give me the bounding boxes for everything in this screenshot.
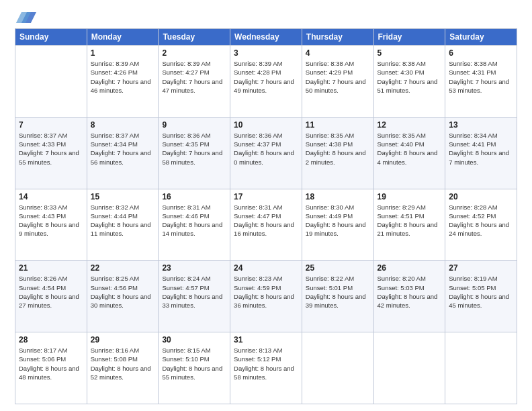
sunset-text: Sunset: 4:49 PM — [306, 212, 353, 220]
day-number: 2 — [162, 48, 226, 58]
day-number: 27 — [449, 263, 513, 273]
daylight-text: Daylight: 8 hours and 39 minutes. — [306, 293, 366, 309]
day-info: Sunrise: 8:20 AM Sunset: 5:03 PM Dayligh… — [378, 274, 442, 310]
calendar-week-row: 14 Sunrise: 8:33 AM Sunset: 4:43 PM Dayl… — [15, 189, 517, 261]
daylight-text: Daylight: 8 hours and 45 minutes. — [449, 293, 509, 309]
day-number: 15 — [91, 192, 155, 201]
table-row: 9 Sunrise: 8:36 AM Sunset: 4:35 PM Dayli… — [159, 117, 230, 189]
sunrise-text: Sunrise: 8:37 AM — [19, 132, 67, 139]
sunrise-text: Sunrise: 8:39 AM — [234, 60, 282, 67]
col-thursday: Thursday — [302, 29, 373, 46]
day-info: Sunrise: 8:31 AM Sunset: 4:47 PM Dayligh… — [234, 203, 298, 238]
daylight-text: Daylight: 8 hours and 55 minutes. — [162, 365, 222, 381]
sunrise-text: Sunrise: 8:25 AM — [91, 275, 139, 282]
sunset-text: Sunset: 4:35 PM — [162, 140, 209, 148]
day-info: Sunrise: 8:26 AM Sunset: 4:54 PM Dayligh… — [19, 274, 83, 310]
daylight-text: Daylight: 8 hours and 9 minutes. — [19, 221, 79, 237]
day-info: Sunrise: 8:38 AM Sunset: 4:29 PM Dayligh… — [306, 59, 370, 95]
sunrise-text: Sunrise: 8:16 AM — [91, 347, 139, 354]
sunset-text: Sunset: 4:57 PM — [162, 284, 209, 291]
table-row: 6 Sunrise: 8:38 AM Sunset: 4:31 PM Dayli… — [445, 46, 517, 118]
table-row: 17 Sunrise: 8:31 AM Sunset: 4:47 PM Dayl… — [230, 189, 302, 261]
table-row: 13 Sunrise: 8:34 AM Sunset: 4:41 PM Dayl… — [445, 117, 517, 189]
day-number: 10 — [234, 120, 298, 130]
daylight-text: Daylight: 7 hours and 49 minutes. — [234, 78, 294, 94]
table-row: 11 Sunrise: 8:35 AM Sunset: 4:38 PM Dayl… — [302, 117, 373, 189]
day-number: 30 — [162, 335, 226, 345]
sunset-text: Sunset: 4:29 PM — [306, 68, 353, 76]
table-row: 22 Sunrise: 8:25 AM Sunset: 4:56 PM Dayl… — [87, 261, 159, 332]
day-number: 19 — [378, 192, 442, 201]
daylight-text: Daylight: 7 hours and 47 minutes. — [162, 78, 222, 94]
daylight-text: Daylight: 8 hours and 21 minutes. — [378, 221, 438, 237]
day-info: Sunrise: 8:13 AM Sunset: 5:12 PM Dayligh… — [234, 346, 298, 381]
col-sunday: Sunday — [15, 29, 87, 46]
table-row: 31 Sunrise: 8:13 AM Sunset: 5:12 PM Dayl… — [230, 332, 302, 404]
day-info: Sunrise: 8:16 AM Sunset: 5:08 PM Dayligh… — [91, 346, 155, 381]
day-number: 25 — [306, 263, 370, 273]
table-row: 26 Sunrise: 8:20 AM Sunset: 5:03 PM Dayl… — [373, 261, 445, 332]
day-number: 4 — [306, 48, 370, 58]
sunrise-text: Sunrise: 8:23 AM — [234, 275, 282, 282]
sunset-text: Sunset: 4:43 PM — [19, 212, 66, 220]
table-row — [445, 332, 517, 404]
daylight-text: Daylight: 8 hours and 58 minutes. — [234, 365, 294, 381]
day-info: Sunrise: 8:31 AM Sunset: 4:46 PM Dayligh… — [162, 203, 226, 238]
day-number: 17 — [234, 192, 298, 201]
sunset-text: Sunset: 4:26 PM — [91, 68, 138, 76]
daylight-text: Daylight: 8 hours and 36 minutes. — [234, 293, 294, 309]
calendar-week-row: 7 Sunrise: 8:37 AM Sunset: 4:33 PM Dayli… — [15, 117, 517, 189]
sunrise-text: Sunrise: 8:39 AM — [162, 60, 210, 67]
day-info: Sunrise: 8:25 AM Sunset: 4:56 PM Dayligh… — [91, 274, 155, 310]
daylight-text: Daylight: 8 hours and 4 minutes. — [378, 149, 438, 165]
daylight-text: Daylight: 8 hours and 42 minutes. — [378, 293, 438, 309]
sunrise-text: Sunrise: 8:35 AM — [378, 132, 426, 139]
day-number: 6 — [449, 48, 513, 58]
day-number: 21 — [19, 263, 83, 273]
table-row: 16 Sunrise: 8:31 AM Sunset: 4:46 PM Dayl… — [159, 189, 230, 261]
sunset-text: Sunset: 4:46 PM — [162, 212, 209, 220]
col-monday: Monday — [87, 29, 159, 46]
sunrise-text: Sunrise: 8:34 AM — [449, 132, 497, 139]
table-row: 29 Sunrise: 8:16 AM Sunset: 5:08 PM Dayl… — [87, 332, 159, 404]
sunset-text: Sunset: 4:54 PM — [19, 284, 66, 291]
daylight-text: Daylight: 8 hours and 11 minutes. — [91, 221, 151, 237]
sunset-text: Sunset: 5:08 PM — [91, 355, 138, 363]
sunset-text: Sunset: 4:41 PM — [449, 140, 496, 148]
table-row: 21 Sunrise: 8:26 AM Sunset: 4:54 PM Dayl… — [15, 261, 87, 332]
calendar-week-row: 1 Sunrise: 8:39 AM Sunset: 4:26 PM Dayli… — [15, 46, 517, 118]
sunrise-text: Sunrise: 8:33 AM — [19, 203, 67, 211]
table-row: 18 Sunrise: 8:30 AM Sunset: 4:49 PM Dayl… — [302, 189, 373, 261]
calendar-table: Sunday Monday Tuesday Wednesday Thursday… — [15, 28, 517, 404]
table-row: 24 Sunrise: 8:23 AM Sunset: 4:59 PM Dayl… — [230, 261, 302, 332]
day-info: Sunrise: 8:15 AM Sunset: 5:10 PM Dayligh… — [162, 346, 226, 381]
sunrise-text: Sunrise: 8:20 AM — [378, 275, 426, 282]
table-row: 7 Sunrise: 8:37 AM Sunset: 4:33 PM Dayli… — [15, 117, 87, 189]
day-number: 8 — [91, 120, 155, 130]
sunrise-text: Sunrise: 8:13 AM — [234, 347, 282, 354]
table-row — [302, 332, 373, 404]
table-row: 14 Sunrise: 8:33 AM Sunset: 4:43 PM Dayl… — [15, 189, 87, 261]
sunrise-text: Sunrise: 8:38 AM — [449, 60, 497, 67]
sunset-text: Sunset: 5:05 PM — [449, 284, 496, 291]
table-row: 10 Sunrise: 8:36 AM Sunset: 4:37 PM Dayl… — [230, 117, 302, 189]
day-info: Sunrise: 8:37 AM Sunset: 4:33 PM Dayligh… — [19, 131, 83, 167]
sunrise-text: Sunrise: 8:32 AM — [91, 203, 139, 211]
table-row: 25 Sunrise: 8:22 AM Sunset: 5:01 PM Dayl… — [302, 261, 373, 332]
day-number: 28 — [19, 335, 83, 345]
day-number: 31 — [234, 335, 298, 345]
sunset-text: Sunset: 5:03 PM — [378, 284, 425, 291]
calendar-header-row: Sunday Monday Tuesday Wednesday Thursday… — [15, 29, 517, 46]
daylight-text: Daylight: 8 hours and 16 minutes. — [234, 221, 294, 237]
day-number: 7 — [19, 120, 83, 130]
day-info: Sunrise: 8:24 AM Sunset: 4:57 PM Dayligh… — [162, 274, 226, 310]
table-row: 12 Sunrise: 8:35 AM Sunset: 4:40 PM Dayl… — [373, 117, 445, 189]
day-number: 24 — [234, 263, 298, 273]
sunrise-text: Sunrise: 8:24 AM — [162, 275, 210, 282]
sunset-text: Sunset: 4:40 PM — [378, 140, 425, 148]
table-row: 27 Sunrise: 8:19 AM Sunset: 5:05 PM Dayl… — [445, 261, 517, 332]
sunrise-text: Sunrise: 8:29 AM — [378, 203, 426, 211]
col-friday: Friday — [373, 29, 445, 46]
day-info: Sunrise: 8:36 AM Sunset: 4:37 PM Dayligh… — [234, 131, 298, 167]
daylight-text: Daylight: 8 hours and 2 minutes. — [306, 149, 366, 165]
